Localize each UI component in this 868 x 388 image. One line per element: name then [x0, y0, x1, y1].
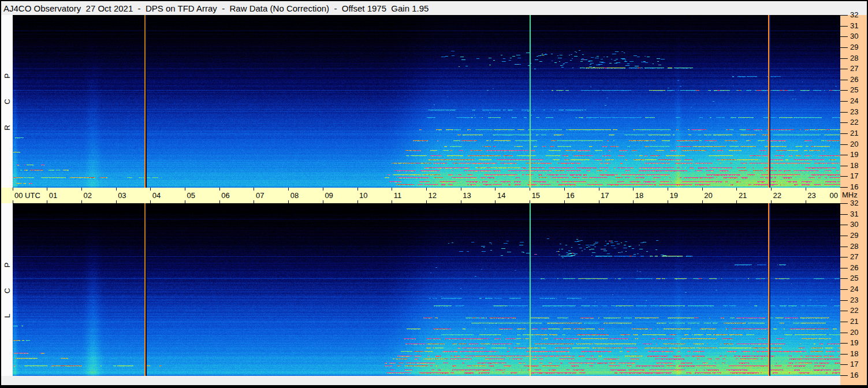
- frequency-tick-label: 19: [850, 338, 858, 347]
- rcp-label: R C P: [3, 73, 12, 130]
- lcp-label: L C P: [3, 262, 12, 318]
- polarization-strip-lcp: L C P: [1, 203, 13, 376]
- frequency-tick-label: 27: [850, 252, 858, 261]
- time-tick: [806, 188, 806, 191]
- time-tick: [668, 188, 668, 191]
- time-tick-label: 14: [497, 188, 505, 203]
- time-axis: 00 UTC0102030405060708091011121314151617…: [1, 188, 840, 203]
- frequency-tick: [840, 247, 848, 247]
- frequency-tick-label: 20: [850, 328, 858, 337]
- frequency-tick-label: 30: [850, 32, 858, 40]
- frequency-tick: [840, 15, 848, 16]
- frequency-tick-label: 29: [850, 231, 858, 240]
- frequency-tick: [840, 300, 848, 301]
- frequency-tick-label: 21: [850, 129, 858, 137]
- frequency-tick: [840, 144, 848, 145]
- time-tick: [219, 188, 220, 191]
- frequency-tick-label: 31: [850, 210, 858, 218]
- time-tick-label: 03: [118, 188, 126, 203]
- frequency-tick-label: 16: [850, 371, 858, 379]
- frequency-tick: [840, 225, 848, 225]
- time-tick: [461, 188, 461, 191]
- frequency-tick: [840, 166, 848, 166]
- time-tick: [357, 188, 358, 191]
- time-tick-label: 05: [187, 188, 195, 203]
- frequency-tick: [840, 375, 848, 376]
- time-tick-label: 02: [83, 188, 91, 203]
- time-tick-label: 19: [669, 188, 677, 203]
- time-tick: [495, 188, 496, 191]
- time-tick-label: 17: [601, 188, 609, 203]
- time-tick: [564, 188, 565, 191]
- frequency-tick: [840, 26, 848, 27]
- time-tick-label: 00 UTC: [14, 188, 40, 203]
- frequency-tick: [840, 322, 848, 322]
- frequency-tick: [840, 80, 848, 80]
- frequency-tick-label: 31: [850, 21, 858, 30]
- frequency-axis-lcp: 3231302928272625242322212019181716: [840, 203, 867, 376]
- time-tick-label: 07: [256, 188, 264, 203]
- mhz-unit-label: MHz: [842, 191, 858, 199]
- frequency-tick-label: 23: [850, 107, 858, 116]
- frequency-tick: [840, 214, 848, 215]
- time-tick: [426, 188, 427, 191]
- frequency-tick: [840, 333, 848, 333]
- frequency-tick: [840, 122, 848, 123]
- frequency-tick: [840, 112, 848, 113]
- time-tick-label: 00: [830, 188, 838, 203]
- time-tick-label: 15: [532, 188, 540, 203]
- time-tick-label: 11: [394, 188, 402, 203]
- time-tick-label: 21: [739, 188, 747, 203]
- frequency-tick: [840, 69, 848, 69]
- time-tick-label: 08: [290, 188, 299, 203]
- time-tick: [13, 188, 13, 191]
- time-tick: [771, 188, 772, 191]
- frequency-tick: [840, 58, 848, 59]
- frequency-tick: [840, 268, 848, 268]
- time-tick: [47, 188, 47, 191]
- time-tick-label: 16: [566, 188, 574, 203]
- bottom-margin-strip: [1, 376, 840, 385]
- time-tick-label: 01: [49, 188, 57, 203]
- time-tick-label: 04: [152, 188, 161, 203]
- frequency-tick: [840, 364, 848, 365]
- frequency-tick: [840, 289, 848, 290]
- frequency-tick-label: 28: [850, 242, 858, 251]
- time-tick: [185, 188, 185, 191]
- frequency-tick-label: 32: [850, 199, 858, 207]
- title-bar: AJ4CO Observatory 27 Oct 2021 - DPS on T…: [1, 1, 867, 15]
- time-tick: [702, 188, 703, 191]
- frequency-tick-label: 24: [850, 285, 858, 293]
- frequency-tick: [840, 36, 848, 37]
- frequency-tick: [840, 343, 848, 344]
- time-tick-label: 22: [773, 188, 781, 203]
- frequency-tick-label: 30: [850, 220, 858, 229]
- frequency-axis-rcp: 3231302928272625242322212019181716: [840, 15, 867, 188]
- frequency-tick: [840, 133, 848, 134]
- time-tick-label: 13: [463, 188, 471, 203]
- time-tick-label: 10: [359, 188, 367, 203]
- frequency-tick: [840, 187, 848, 188]
- spectrogram-rcp-canvas: [13, 15, 840, 188]
- time-tick-label: 09: [325, 188, 333, 203]
- frequency-tick-label: 22: [850, 118, 858, 126]
- time-tick: [81, 188, 82, 191]
- page-title: AJ4CO Observatory 27 Oct 2021 - DPS on T…: [1, 3, 429, 13]
- time-tick: [116, 188, 117, 191]
- time-tick: [530, 188, 530, 191]
- frequency-tick: [840, 47, 848, 48]
- time-tick: [323, 188, 323, 191]
- frequency-tick-label: 21: [850, 317, 858, 326]
- frequency-tick: [840, 278, 848, 279]
- time-tick-label: 20: [704, 188, 712, 203]
- time-tick-label: 23: [807, 188, 815, 203]
- time-tick: [392, 188, 392, 191]
- frequency-tick: [840, 155, 848, 155]
- frequency-tick: [840, 101, 848, 102]
- time-tick-label: 06: [221, 188, 229, 203]
- frequency-strip: 3231302928272625242322212019181716 MHz 3…: [840, 15, 867, 385]
- spectrograph-window: AJ4CO Observatory 27 Oct 2021 - DPS on T…: [0, 0, 868, 388]
- frequency-tick: [840, 176, 848, 177]
- frequency-tick-label: 20: [850, 140, 858, 148]
- spectrogram-lcp-canvas: [13, 203, 840, 376]
